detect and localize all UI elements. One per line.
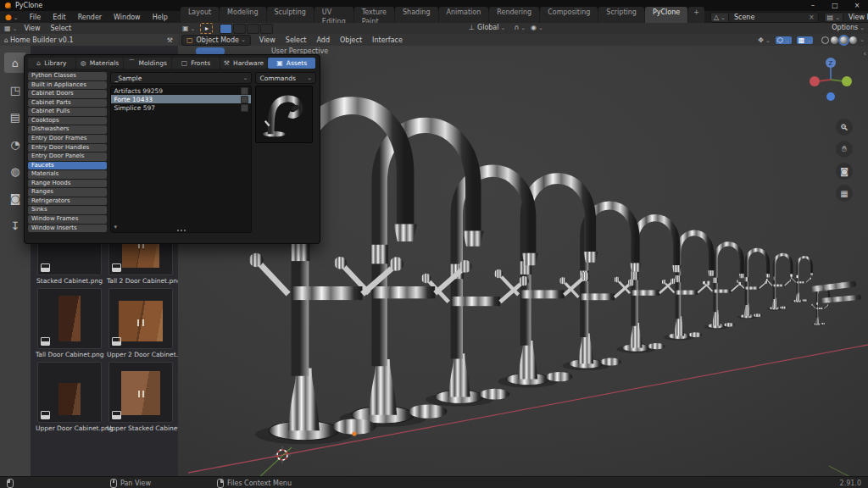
- zoom-tool-button[interactable]: 🔍︎: [836, 119, 853, 136]
- asset-label: Upper Stacked Cabinet.png: [107, 424, 175, 432]
- maximize-button[interactable]: □: [824, 0, 846, 11]
- asset-thumbnail[interactable]: [37, 288, 102, 349]
- asset-item-list[interactable]: Artifacts 99259 Forte 10433 Simplice 597…: [110, 86, 252, 233]
- commands-dropdown[interactable]: Commands ⌄: [255, 72, 316, 84]
- category-cabinet-pulls[interactable]: Cabinet Pulls: [28, 108, 107, 116]
- settings-tool-icon[interactable]: ⚒: [167, 36, 173, 44]
- category-range-hoods[interactable]: Range Hoods: [28, 180, 107, 188]
- pan-hand-button[interactable]: ✋︎: [836, 141, 853, 158]
- collection-dropdown[interactable]: _Sample ⌄: [110, 72, 252, 84]
- shading-material-icon[interactable]: [840, 36, 848, 44]
- snap-magnet-icon[interactable]: ∩⌄: [514, 24, 526, 31]
- item-checkbox[interactable]: [241, 104, 248, 112]
- category-entry-door-panels[interactable]: Entry Door Panels: [28, 152, 107, 161]
- asset-cell[interactable]: Upper Door Cabinet.png: [36, 362, 103, 432]
- overlays-icon[interactable]: ⬡⌄: [776, 36, 792, 44]
- category-sinks[interactable]: Sinks: [28, 206, 107, 214]
- asset-cell[interactable]: Upper 2 Door Cabinet.png: [107, 288, 175, 358]
- item-artifacts[interactable]: Artifacts 99259: [111, 86, 251, 95]
- category-cabinet-doors[interactable]: Cabinet Doors: [28, 90, 107, 98]
- xray-toggle-icon[interactable]: ▩⌄: [797, 36, 813, 44]
- scene-icon[interactable]: △⌄: [711, 14, 729, 21]
- menu-help[interactable]: Help: [147, 14, 174, 21]
- category-entry-door-handles[interactable]: Entry Door Handles: [28, 144, 107, 152]
- scene-unlink-icon[interactable]: ×: [805, 14, 818, 21]
- asset-cell[interactable]: Tall Door Cabinet.png: [36, 288, 103, 358]
- scene-name[interactable]: Scene: [729, 14, 805, 21]
- asset-preview-image[interactable]: [255, 86, 313, 143]
- category-window-frames[interactable]: Window Frames: [28, 215, 107, 224]
- category-materials[interactable]: Materials: [28, 170, 107, 179]
- navigation-gizmo[interactable]: Z: [807, 56, 854, 103]
- context-menu-hint: Files Context Menu: [217, 479, 292, 488]
- image-file-icon: [112, 337, 121, 346]
- view-layer-icon[interactable]: ▤⌄: [825, 14, 843, 21]
- perspective-toggle-button[interactable]: ▦: [836, 185, 853, 202]
- category-dishwashers[interactable]: Dishwashers: [28, 125, 107, 134]
- tab-hardware[interactable]: ⚒Hardware: [220, 58, 268, 69]
- camera-view-button[interactable]: ◙: [836, 163, 853, 180]
- tab-materials[interactable]: ◍Materials: [76, 58, 124, 69]
- item-simplice[interactable]: Simplice 597: [111, 103, 251, 112]
- asset-cell[interactable]: Upper Stacked Cabinet.png: [107, 362, 175, 432]
- asset-thumbnail[interactable]: [108, 288, 173, 349]
- select-mode-tweak[interactable]: [220, 24, 232, 34]
- viewport-menu-view[interactable]: View: [254, 36, 281, 44]
- select-mode-circle[interactable]: [247, 24, 259, 34]
- options-dropdown[interactable]: Options: [832, 24, 858, 31]
- category-cabinet-parts[interactable]: Cabinet Parts: [28, 99, 107, 108]
- viewport-menu-interface[interactable]: Interface: [367, 36, 408, 44]
- shading-solid-icon[interactable]: [831, 36, 838, 44]
- tab-library[interactable]: ⌂Library: [28, 58, 75, 69]
- tab-moldings[interactable]: ⌒Moldings: [124, 58, 171, 69]
- menu-render[interactable]: Render: [72, 14, 108, 21]
- blender-window: PyClone – □ × ●⌄ File Edit Render Window…: [0, 0, 868, 488]
- item-checkbox[interactable]: [241, 87, 248, 95]
- category-refrigerators[interactable]: Refrigerators: [28, 197, 107, 206]
- viewport-menu-select[interactable]: Select: [281, 36, 312, 44]
- shading-wireframe-icon[interactable]: [821, 36, 829, 44]
- editor-type-icon[interactable]: ▦⌄: [4, 25, 17, 32]
- tab-fronts[interactable]: ▢Fronts: [172, 58, 220, 69]
- proportional-edit-icon[interactable]: ◉⌄: [531, 24, 543, 31]
- transform-orientation[interactable]: Global: [477, 24, 499, 31]
- filter-icon[interactable]: ▾: [114, 224, 117, 230]
- menu-edit[interactable]: Edit: [47, 14, 72, 21]
- asset-thumbnail[interactable]: [108, 362, 173, 423]
- select-mode-buttons: [220, 24, 274, 34]
- category-entry-door-frames[interactable]: Entry Door Frames: [28, 135, 107, 143]
- menu-window[interactable]: Window: [108, 14, 147, 21]
- blender-menu-icon[interactable]: ●⌄: [0, 13, 24, 21]
- sidebar-collapse-arrow-icon[interactable]: ‹: [863, 49, 866, 58]
- resize-grip-icon[interactable]: [176, 230, 186, 231]
- select-mode-box[interactable]: [233, 24, 246, 34]
- category-built-in-appliances[interactable]: Built in Appliances: [28, 81, 107, 90]
- gizmo-minus-z-axis: [826, 92, 835, 101]
- viewport-editor-type-icon[interactable]: ▣⌄: [182, 25, 195, 32]
- asset-thumbnail[interactable]: [37, 362, 102, 423]
- show-gizmo-icon[interactable]: ✥⌄: [758, 36, 771, 44]
- category-cooktops[interactable]: Cooktops: [28, 117, 107, 125]
- tab-assets[interactable]: ▣Assets: [268, 58, 315, 69]
- category-python-classes[interactable]: Python Classes: [28, 72, 107, 80]
- close-button[interactable]: ×: [846, 0, 868, 11]
- home-icon: ⌂: [4, 36, 8, 44]
- view-layer-name[interactable]: View Layer: [843, 14, 868, 21]
- category-ranges[interactable]: Ranges: [28, 188, 107, 197]
- shading-rendered-icon[interactable]: [849, 36, 857, 44]
- viewport-menu-object[interactable]: Object: [335, 36, 367, 44]
- active-tool-cursor-icon[interactable]: ▸: [200, 23, 213, 34]
- scene-selector[interactable]: △⌄ Scene ×: [710, 12, 819, 23]
- category-window-inserts[interactable]: Window Inserts: [28, 225, 107, 233]
- viewport-menu-add[interactable]: Add: [312, 36, 336, 44]
- select-mode-lasso[interactable]: [260, 24, 273, 34]
- filebrowser-menu-select[interactable]: Select: [45, 25, 76, 32]
- item-forte-selected[interactable]: Forte 10433: [111, 95, 251, 103]
- item-checkbox[interactable]: [241, 96, 248, 103]
- view-layer-selector[interactable]: ▤⌄ View Layer ×: [824, 12, 868, 23]
- menu-file[interactable]: File: [24, 14, 47, 21]
- mode-dropdown[interactable]: ▢ Object Mode ⌄: [181, 35, 251, 46]
- category-faucets[interactable]: Faucets: [28, 162, 107, 170]
- filebrowser-menu-view[interactable]: View: [19, 25, 45, 32]
- minimize-button[interactable]: –: [802, 0, 824, 11]
